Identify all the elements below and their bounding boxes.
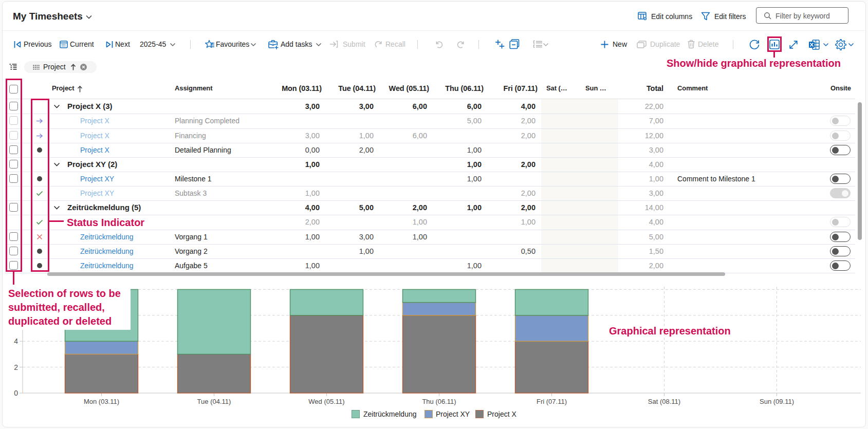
svg-text:4: 4 [14,337,18,345]
svg-text:Sat (08.11): Sat (08.11) [648,398,680,405]
svg-text:Tue (04.11): Tue (04.11) [197,398,231,405]
svg-text:Thu (06.11): Thu (06.11) [422,398,456,405]
svg-text:Fri (07.11): Fri (07.11) [537,398,567,405]
svg-text:2: 2 [14,363,18,371]
svg-text:0: 0 [14,389,18,397]
svg-text:Sun (09.11): Sun (09.11) [760,398,794,405]
svg-text:Wed (05.11): Wed (05.11) [308,398,344,405]
svg-text:Mon (03.11): Mon (03.11) [84,398,119,405]
